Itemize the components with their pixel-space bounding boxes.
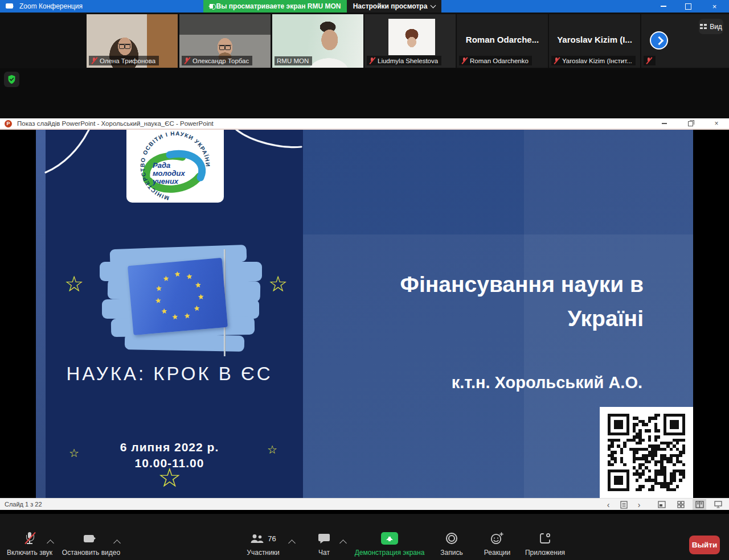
powerpoint-window-title: Показ слайдів PowerPoint - Хорольський_н…: [17, 120, 214, 127]
ppt-minimize-button[interactable]: [653, 118, 675, 129]
banner-text: Вы просматриваете экран RMU MON: [216, 2, 341, 10]
slide-sorter-view-button[interactable]: [674, 499, 687, 510]
participant-name: RMU MON: [277, 57, 309, 64]
participants-strip: Олена Трифонова Олександр Торбас RMU MON…: [0, 13, 729, 68]
shield-check-icon: [7, 75, 17, 84]
slide-main-title: Фінансування науки в Україні: [337, 267, 644, 336]
star-icon: ☆: [64, 273, 84, 295]
slide-counter: Слайд 1 з 22: [5, 501, 42, 508]
eu-flag-image: [100, 247, 262, 360]
ppt-close-button[interactable]: ×: [705, 118, 728, 129]
normal-view-button[interactable]: [655, 499, 669, 510]
leave-button[interactable]: Выйти: [689, 536, 720, 554]
ppt-restore-button[interactable]: [679, 118, 702, 129]
window-title: Zoom Конференция: [19, 2, 83, 10]
slide-left-title: НАУКА: КРОК В ЄС: [36, 363, 303, 385]
view-button-label: Вид: [710, 23, 722, 31]
eu-flag: [128, 258, 228, 335]
star-icon: ☆: [267, 444, 277, 455]
muted-mic-icon: [91, 57, 97, 64]
close-button[interactable]: ×: [702, 0, 727, 13]
slide: МІНІСТЕРСТВО ОСВІТИ І НАУКИ УКРАЇНИ Рада…: [36, 130, 693, 498]
muted-mic-icon: [554, 57, 560, 64]
participant-name: Олена Трифонова: [100, 57, 155, 64]
glasses: [118, 44, 131, 48]
participant-name: Roman Odarchenko: [470, 57, 529, 64]
view-button[interactable]: Вид: [699, 19, 723, 34]
camera-icon: [84, 534, 99, 543]
chat-button[interactable]: Чат: [304, 531, 344, 557]
slide-left-panel: МІНІСТЕРСТВО ОСВІТИ І НАУКИ УКРАЇНИ Рада…: [36, 130, 303, 498]
participant-display-name: Roman Odarche...: [457, 35, 548, 44]
notes-button[interactable]: [617, 499, 630, 510]
zoom-camera-icon: [6, 3, 13, 9]
apps-button[interactable]: Приложения: [517, 531, 574, 557]
share-screen-button[interactable]: Демонстрация экрана: [344, 531, 435, 557]
reading-view-button[interactable]: [693, 499, 706, 510]
minimize-button[interactable]: [651, 0, 675, 13]
meeting-background: [0, 68, 729, 118]
logo-center-text: Рада молодих учених: [153, 162, 185, 185]
participant-name: Liudmyla Shelestova: [378, 57, 438, 64]
next-slide-button[interactable]: ›: [632, 499, 646, 510]
zoom-titlebar: Zoom Конференция Вы просматриваете экран…: [0, 0, 729, 13]
eu-stars: [128, 258, 228, 335]
participants-count: 76: [268, 534, 276, 543]
video-tile[interactable]: Олександр Торбас: [179, 14, 271, 68]
slideshow-view-button[interactable]: [711, 499, 725, 510]
view-settings-button[interactable]: Настройки просмотра: [347, 0, 441, 13]
apps-icon: [539, 532, 551, 545]
reactions-button[interactable]: Реакции: [477, 531, 517, 557]
slide-author: к.т.н. Хорольський А.О.: [337, 373, 642, 392]
previous-slide-button[interactable]: ‹: [601, 499, 615, 510]
participant-name: Yaroslav Kizim (Інстит...: [562, 57, 632, 64]
zoom-toolbar: Включить звук Остановить видео 76 Участн…: [0, 514, 729, 560]
video-tile[interactable]: Roman Odarche... Roman Odarchenko: [457, 14, 548, 68]
chevron-right-icon: [655, 36, 664, 46]
participants-icon: [250, 534, 264, 543]
share-screen-icon: [381, 532, 398, 545]
glasses: [219, 45, 231, 50]
muted-mic-icon: [24, 532, 35, 545]
ministry-logo: МІНІСТЕРСТВО ОСВІТИ І НАУКИ УКРАЇНИ Рада…: [126, 130, 224, 203]
security-shield-button[interactable]: [4, 72, 19, 87]
star-icon: ☆: [69, 447, 79, 459]
record-button[interactable]: Запись: [432, 531, 472, 557]
star-icon: ☆: [158, 464, 181, 491]
participant-display-name: Yaroslav Kizim (I...: [549, 35, 640, 44]
muted-mic-icon: [184, 57, 190, 64]
record-icon: [446, 533, 457, 544]
profile-photo: [388, 19, 435, 55]
powerpoint-titlebar: P Показ слайдів PowerPoint - Хорольський…: [0, 118, 729, 129]
slide-right-panel: Фінансування науки в Україні к.т.н. Хоро…: [303, 130, 693, 498]
ppt-statusbar: Слайд 1 з 22 ‹ ›: [0, 498, 729, 510]
participants-button[interactable]: 76 Участники: [232, 531, 294, 557]
maximize-button[interactable]: [676, 0, 701, 13]
muted-mic-icon: [369, 57, 375, 64]
powerpoint-logo-icon: P: [5, 120, 12, 127]
chat-icon: [318, 533, 330, 544]
star-icon: ☆: [268, 273, 288, 295]
viewing-screen-banner: Вы просматриваете экран RMU MON: [203, 0, 347, 13]
grid-view-icon: [700, 24, 707, 29]
video-tile[interactable]: Liudmyla Shelestova: [364, 14, 456, 68]
speaker-icon: [210, 4, 213, 9]
muted-mic-icon: [461, 57, 468, 64]
video-tile[interactable]: Yaroslav Kizim (I... Yaroslav Kizim (Інс…: [549, 14, 640, 68]
next-participants-page-button[interactable]: [650, 31, 668, 50]
participant-name: Олександр Торбас: [193, 57, 249, 64]
zoom-meeting-window: Zoom Конференция Вы просматриваете экран…: [0, 0, 729, 560]
qr-code: [600, 407, 693, 498]
video-tile[interactable]: Олена Трифонова: [87, 14, 178, 68]
view-settings-label: Настройки просмотра: [353, 2, 428, 10]
muted-mic-icon: [646, 57, 652, 64]
reactions-icon: [490, 532, 504, 545]
video-tile-active-speaker[interactable]: RMU MON: [272, 14, 363, 68]
slideshow-area: МІНІСТЕРСТВО ОСВІТИ І НАУКИ УКРАЇНИ Рада…: [0, 129, 729, 498]
chevron-down-icon: [431, 3, 436, 9]
